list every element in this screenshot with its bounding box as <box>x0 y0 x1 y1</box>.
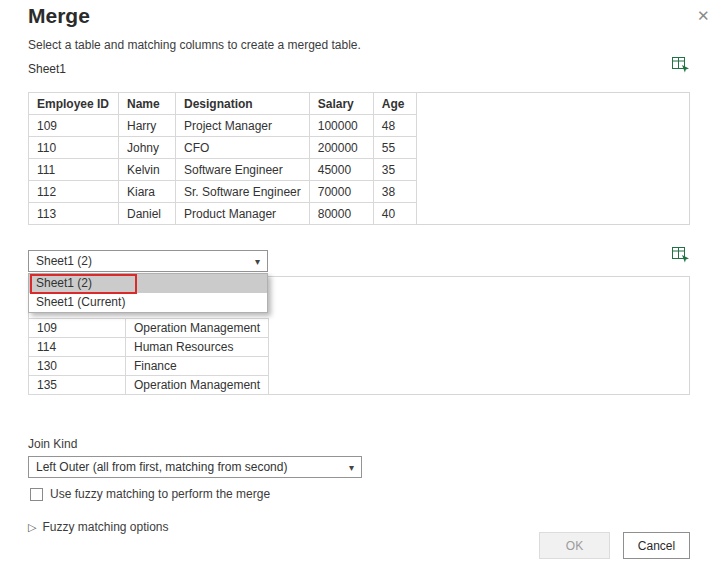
cell: 200000 <box>309 137 373 159</box>
first-table-preview: Employee ID Name Designation Salary Age … <box>28 92 690 225</box>
cell: 38 <box>373 181 416 203</box>
second-table: 109 Operation Management 114 Human Resou… <box>28 318 269 395</box>
table-row: 109 Harry Project Manager 100000 48 <box>29 115 417 137</box>
cell: 35 <box>373 159 416 181</box>
cell: 80000 <box>309 203 373 225</box>
cell: Operation Management <box>126 376 269 395</box>
join-kind-label: Join Kind <box>28 437 77 451</box>
cell: Johny <box>119 137 176 159</box>
cell: 109 <box>29 319 126 338</box>
table-grid-arrow-icon <box>671 246 691 264</box>
cell: 70000 <box>309 181 373 203</box>
cell: 55 <box>373 137 416 159</box>
cell: Daniel <box>119 203 176 225</box>
join-kind-selected-value: Left Outer (all from first, matching fro… <box>36 460 287 474</box>
table-picker-icon[interactable] <box>671 56 691 74</box>
cell: Human Resources <box>126 338 269 357</box>
header-row: Employee ID Name Designation Salary Age <box>29 93 417 115</box>
expander-label: Fuzzy matching options <box>42 520 168 534</box>
dialog-subtitle: Select a table and matching columns to c… <box>28 38 361 52</box>
cell: 109 <box>29 115 119 137</box>
table-dropdown-list: Sheet1 (2) Sheet1 (Current) <box>28 273 268 313</box>
fuzzy-matching-row: Use fuzzy matching to perform the merge <box>30 487 270 501</box>
first-table-label: Sheet1 <box>28 62 66 76</box>
cell: CFO <box>176 137 310 159</box>
cell: 40 <box>373 203 416 225</box>
cell: 45000 <box>309 159 373 181</box>
table-grid-arrow-icon <box>671 56 691 74</box>
fuzzy-checkbox-label: Use fuzzy matching to perform the merge <box>50 487 270 501</box>
column-header-age: Age <box>373 93 416 115</box>
cell: Operation Management <box>126 319 269 338</box>
cell: Harry <box>119 115 176 137</box>
cell: Kiara <box>119 181 176 203</box>
table-row: 111 Kelvin Software Engineer 45000 35 <box>29 159 417 181</box>
column-header-designation: Designation <box>176 93 310 115</box>
table-row: 109 Operation Management <box>29 319 269 338</box>
fuzzy-options-expander[interactable]: ▷ Fuzzy matching options <box>28 520 169 534</box>
chevron-down-icon: ▾ <box>255 256 260 267</box>
first-table: Employee ID Name Designation Salary Age … <box>28 92 417 225</box>
second-table-selected-value: Sheet1 (2) <box>36 254 92 268</box>
table-row: 130 Finance <box>29 357 269 376</box>
cell: 112 <box>29 181 119 203</box>
cell: 48 <box>373 115 416 137</box>
table-row: 135 Operation Management <box>29 376 269 395</box>
chevron-down-icon: ▾ <box>349 462 354 473</box>
join-kind-select[interactable]: Left Outer (all from first, matching fro… <box>28 456 362 478</box>
ok-button[interactable]: OK <box>539 532 610 559</box>
dropdown-option-sheet1-current[interactable]: Sheet1 (Current) <box>29 293 267 312</box>
cell: Finance <box>126 357 269 376</box>
cell: Sr. Software Engineer <box>176 181 310 203</box>
cell: 130 <box>29 357 126 376</box>
cell: 114 <box>29 338 126 357</box>
table-picker-icon[interactable] <box>671 246 691 264</box>
table-row: 113 Daniel Product Manager 80000 40 <box>29 203 417 225</box>
dropdown-option-sheet1-2[interactable]: Sheet1 (2) <box>29 274 267 293</box>
dialog-title: Merge <box>28 4 90 28</box>
cell: Product Manager <box>176 203 310 225</box>
table-row: 110 Johny CFO 200000 55 <box>29 137 417 159</box>
expander-arrow-icon: ▷ <box>28 521 36 534</box>
table-row: 112 Kiara Sr. Software Engineer 70000 38 <box>29 181 417 203</box>
cell: 100000 <box>309 115 373 137</box>
cell: 110 <box>29 137 119 159</box>
cell: Kelvin <box>119 159 176 181</box>
table-row: 114 Human Resources <box>29 338 269 357</box>
cancel-button[interactable]: Cancel <box>623 532 690 559</box>
cell: 111 <box>29 159 119 181</box>
cell: 113 <box>29 203 119 225</box>
cell: Software Engineer <box>176 159 310 181</box>
cell: Project Manager <box>176 115 310 137</box>
cell: 135 <box>29 376 126 395</box>
column-header-name: Name <box>119 93 176 115</box>
second-table-select[interactable]: Sheet1 (2) ▾ <box>28 250 268 272</box>
column-header-salary: Salary <box>309 93 373 115</box>
fuzzy-matching-checkbox[interactable] <box>30 488 43 501</box>
close-icon[interactable]: ✕ <box>697 7 710 25</box>
column-header-employee-id: Employee ID <box>29 93 119 115</box>
